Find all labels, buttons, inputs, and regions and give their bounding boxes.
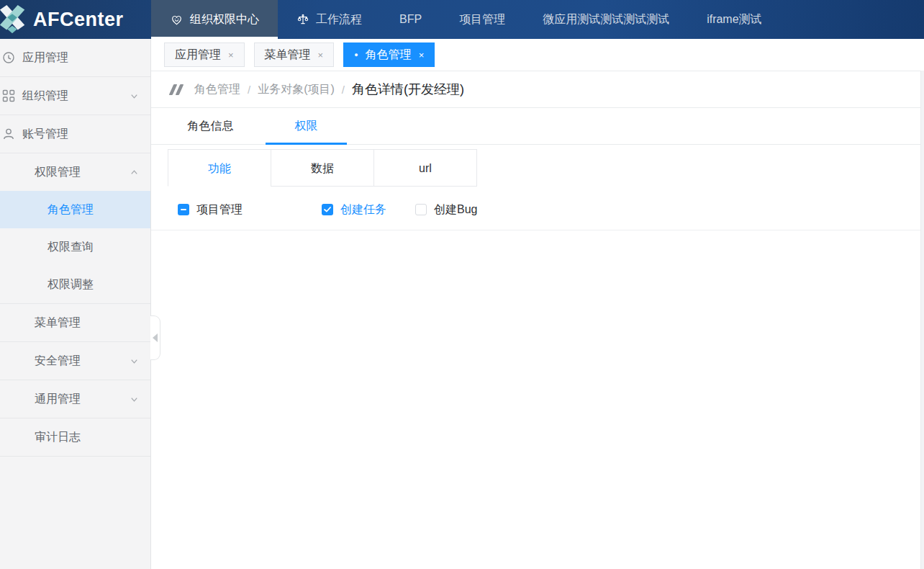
divider (151, 230, 924, 230)
nav-item-org-permission-center[interactable]: 组织权限中心 (151, 0, 278, 39)
nav-item-label: BFP (399, 13, 422, 26)
clock-icon (2, 51, 15, 64)
chevron-down-icon (130, 395, 139, 404)
perm-item-create-bug[interactable]: 创建Bug (415, 202, 477, 218)
close-icon[interactable]: × (419, 50, 425, 61)
close-icon[interactable]: × (228, 50, 234, 61)
collapse-arrow-icon (153, 333, 158, 342)
open-tab-role-mgmt[interactable]: ● 角色管理 × (343, 42, 435, 67)
breadcrumb-item-role-mgmt[interactable]: 角色管理 (194, 82, 240, 97)
primary-nav: 组织权限中心 工作流程 BFP 项目管理 微应用测试测试测试测试 (151, 0, 781, 39)
sidebar-item-permission-mgmt[interactable]: 权限管理 (0, 153, 150, 191)
sidebar-item-label: 角色管理 (47, 202, 94, 218)
sidebar-item-label: 应用管理 (22, 50, 68, 66)
breadcrumb-item-business-object[interactable]: 业务对象(项目) (258, 82, 335, 97)
sidebar-item-app-mgmt[interactable]: 应用管理 (0, 39, 150, 77)
nav-item-label: 组织权限中心 (190, 12, 259, 27)
nav-item-bfp[interactable]: BFP (381, 0, 440, 39)
chevron-down-icon (130, 357, 139, 366)
content-area: 应用管理 × 菜单管理 × ● 角色管理 × 角色管理 / 业务对象(项目) /… (151, 39, 924, 569)
perm-label: 项目管理 (196, 202, 243, 218)
nav-item-label: 工作流程 (316, 12, 362, 27)
perm-label: 创建Bug (434, 202, 477, 218)
perm-label: 创建任务 (340, 202, 386, 218)
sidebar: 应用管理 组织管理 账号管理 (0, 39, 151, 569)
brand-name: AFCenter (33, 9, 124, 31)
page-title: 角色详情(开发经理) (352, 81, 464, 98)
sidebar-item-label: 安全管理 (35, 354, 81, 369)
app-window: AFCenter 组织权限中心 工作流程 (0, 0, 924, 569)
open-tab-app-mgmt[interactable]: 应用管理 × (164, 42, 245, 67)
sidebar-item-menu-mgmt[interactable]: 菜单管理 (0, 304, 150, 342)
tab-function[interactable]: 功能 (168, 149, 271, 187)
sidebar-item-org-mgmt[interactable]: 组织管理 (0, 77, 150, 115)
tab-label: 角色信息 (188, 119, 234, 134)
org-nodes-icon (2, 89, 15, 102)
nav-item-workflow[interactable]: 工作流程 (278, 0, 381, 39)
sidebar-item-label: 权限管理 (35, 165, 81, 180)
sidebar-item-audit-log[interactable]: 审计日志 (0, 418, 150, 457)
checkbox-checked-icon[interactable] (322, 204, 333, 215)
tab-role-info[interactable]: 角色信息 (163, 108, 258, 144)
tab-label: 权限 (295, 119, 318, 134)
sidebar-item-permission-adjust[interactable]: 权限调整 (0, 266, 150, 304)
nav-item-microapp-test[interactable]: 微应用测试测试测试测试 (524, 0, 688, 39)
sidebar-item-label: 权限调整 (47, 277, 94, 292)
chevron-up-icon (130, 168, 139, 177)
sidebar-item-label: 账号管理 (22, 127, 68, 142)
open-tab-label: 菜单管理 (265, 48, 311, 63)
checkbox-unchecked-icon[interactable] (415, 204, 427, 215)
nav-item-iframe-test[interactable]: iframe测试 (688, 0, 780, 39)
role-detail-tabs: 角色信息 权限 (151, 108, 924, 145)
close-icon[interactable]: × (318, 50, 324, 61)
open-tabs-bar: 应用管理 × 菜单管理 × ● 角色管理 × (151, 39, 924, 71)
nav-item-label: 项目管理 (459, 12, 505, 27)
brand-logo[interactable]: AFCenter (0, 0, 151, 39)
brand-logo-icon (0, 3, 29, 36)
sidebar-item-permission-query[interactable]: 权限查询 (0, 228, 150, 266)
open-tab-label: 应用管理 (175, 48, 221, 63)
sidebar-item-security-mgmt[interactable]: 安全管理 (0, 342, 150, 380)
permission-type-tabs: 功能 数据 url (168, 149, 924, 187)
heart-smile-icon (170, 13, 184, 27)
active-dot-icon: ● (354, 52, 358, 58)
sidebar-item-role-mgmt[interactable]: 角色管理 (0, 191, 150, 228)
breadcrumb-separator: / (342, 84, 345, 96)
breadcrumb-separator: / (248, 84, 250, 96)
user-icon (2, 127, 15, 140)
nav-item-label: iframe测试 (707, 12, 761, 27)
top-navbar: AFCenter 组织权限中心 工作流程 (0, 0, 924, 39)
nav-item-label: 微应用测试测试测试测试 (543, 12, 669, 27)
slashes-icon (171, 84, 184, 95)
permission-tree: 项目管理 创建任务 创建Bug (151, 199, 924, 220)
tab-url[interactable]: url (373, 149, 477, 187)
sidebar-item-label: 权限查询 (47, 240, 94, 255)
sidebar-collapse-handle[interactable] (150, 315, 160, 360)
scrollbar-track[interactable] (920, 71, 924, 569)
sidebar-item-label: 组织管理 (22, 89, 68, 104)
sidebar-item-label: 菜单管理 (35, 315, 81, 331)
checkbox-indeterminate-icon[interactable] (178, 204, 189, 215)
tab-permissions[interactable]: 权限 (258, 108, 354, 144)
tab-data[interactable]: 数据 (271, 149, 374, 187)
open-tab-label: 角色管理 (366, 48, 412, 63)
chevron-down-icon (130, 91, 139, 101)
balance-scale-icon (296, 13, 309, 26)
perm-item-project-mgmt[interactable]: 项目管理 (178, 202, 322, 218)
nav-item-project-mgmt[interactable]: 项目管理 (440, 0, 524, 39)
perm-item-create-task[interactable]: 创建任务 (322, 202, 415, 218)
breadcrumb: 角色管理 / 业务对象(项目) / 角色详情(开发经理) (151, 71, 924, 108)
open-tab-menu-mgmt[interactable]: 菜单管理 × (254, 42, 335, 67)
sidebar-item-general-mgmt[interactable]: 通用管理 (0, 380, 150, 418)
sidebar-item-account-mgmt[interactable]: 账号管理 (0, 115, 150, 153)
sidebar-item-label: 通用管理 (35, 392, 81, 407)
sidebar-item-label: 审计日志 (35, 430, 81, 445)
